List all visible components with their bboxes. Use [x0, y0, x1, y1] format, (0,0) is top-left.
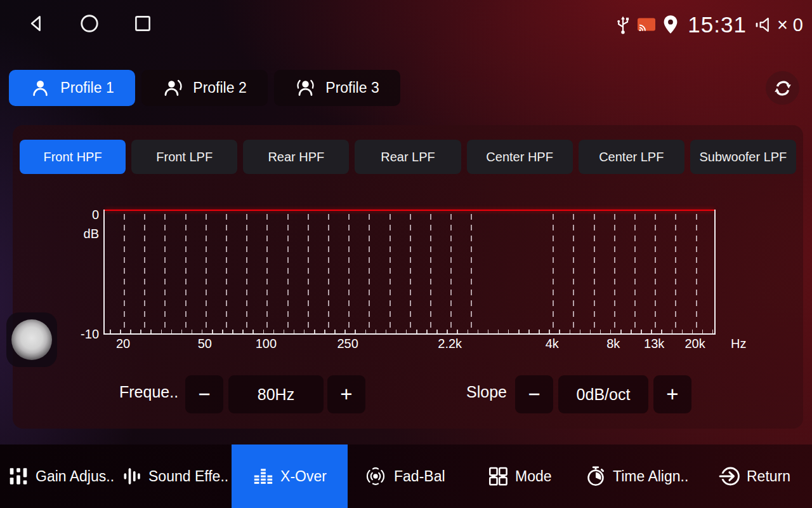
x-axis-label: 4k: [546, 337, 559, 351]
chart-gridline: [144, 214, 145, 332]
chart-gridline: [390, 214, 391, 332]
home-button[interactable]: [79, 13, 100, 34]
xover-panel: Front HPF Front LPF Rear HPF Rear LPF Ce…: [13, 125, 803, 429]
axis-tick: [549, 330, 550, 333]
tab-rear-lpf[interactable]: Rear LPF: [355, 140, 461, 174]
chart-gridline: [226, 214, 227, 332]
nav-sound-effect[interactable]: Sound Effe..: [122, 444, 228, 508]
axis-tick: [130, 330, 131, 333]
axis-tick: [528, 330, 530, 333]
axis-tick: [570, 330, 571, 333]
axis-tick: [171, 330, 173, 333]
floating-knob-button[interactable]: [6, 312, 57, 367]
person-3-icon: [295, 77, 316, 98]
nav-label: Mode: [515, 468, 552, 485]
recents-button[interactable]: [132, 13, 154, 34]
minus-icon: −: [198, 382, 210, 406]
y-axis-tick-0: 0: [66, 208, 99, 222]
frequency-minus-button[interactable]: −: [185, 375, 223, 413]
tab-subwoofer-lpf[interactable]: Subwoofer LPF: [690, 140, 796, 174]
axis-tick: [324, 330, 325, 333]
axis-tick: [436, 330, 438, 333]
axis-tick: [672, 330, 673, 333]
cast-icon: [637, 17, 656, 33]
nav-mode[interactable]: Mode: [487, 444, 552, 508]
profile-3-tab[interactable]: Profile 3: [274, 70, 400, 106]
nav-return[interactable]: Return: [719, 444, 790, 508]
tab-center-lpf[interactable]: Center LPF: [579, 140, 684, 174]
nav-time-align[interactable]: Time Align..: [585, 444, 688, 508]
axis-tick: [314, 330, 315, 333]
bottom-nav: Gain Adjus.. Sound Effe.. X-Over: [0, 444, 812, 508]
nav-x-over[interactable]: X-Over: [232, 444, 348, 508]
axis-tick: [181, 330, 183, 333]
axis-tick: [334, 330, 336, 333]
x-axis-label: 20: [116, 337, 130, 351]
chart-gridline: [266, 214, 268, 332]
slope-minus-button[interactable]: −: [515, 375, 553, 413]
slope-plus-button[interactable]: +: [653, 375, 691, 413]
axis-tick: [304, 330, 305, 333]
chart-gridline: [696, 214, 697, 332]
axis-tick: [416, 330, 417, 333]
person-2-icon: [162, 77, 183, 98]
x-axis-labels: 20501002502.2k4k8k13k20k: [103, 337, 716, 353]
x-axis-label: 8k: [606, 337, 620, 351]
tab-rear-hpf[interactable]: Rear HPF: [243, 140, 349, 174]
slope-label: Slope: [466, 383, 507, 401]
stopwatch-icon: [585, 465, 606, 487]
nav-gain-adjust[interactable]: Gain Adjus..: [8, 444, 114, 508]
nav-fad-bal[interactable]: Fad-Bal: [363, 444, 445, 508]
volume-muted-icon[interactable]: × 0: [755, 15, 803, 36]
axis-tick: [192, 330, 193, 333]
location-icon: [662, 15, 679, 35]
axis-tick: [559, 330, 560, 333]
chart-gridline: [287, 214, 289, 332]
profile-1-tab[interactable]: Profile 1: [9, 70, 135, 106]
chart-gridline: [164, 214, 166, 332]
nav-label: Gain Adjus..: [36, 468, 114, 485]
fader-balance-icon: [363, 465, 388, 487]
profile-label: Profile 3: [325, 79, 379, 97]
tab-front-lpf[interactable]: Front LPF: [131, 140, 237, 174]
chart-gridline: [328, 214, 329, 332]
refresh-icon: [773, 78, 793, 98]
nav-label: Sound Effe..: [148, 468, 228, 485]
axis-tick: [610, 330, 612, 333]
axis-tick: [580, 330, 581, 333]
axis-tick: [150, 330, 152, 333]
back-button[interactable]: [25, 13, 47, 34]
chart-gridline: [246, 214, 247, 332]
axis-tick: [252, 330, 254, 333]
frequency-plus-button[interactable]: +: [327, 375, 365, 413]
y-axis-unit: dB: [66, 227, 99, 241]
chart-gridline: [369, 214, 370, 332]
axis-tick: [110, 330, 111, 333]
minus-icon: −: [528, 382, 540, 406]
chart-gridline: [594, 214, 595, 332]
axis-tick: [263, 330, 265, 333]
tab-front-hpf[interactable]: Front HPF: [20, 140, 126, 174]
slope-value: 0dB/oct: [558, 375, 648, 413]
axis-tick: [641, 330, 642, 333]
chart-gridline: [573, 214, 574, 332]
nav-label: Return: [747, 468, 790, 485]
tab-center-hpf[interactable]: Center HPF: [467, 140, 573, 174]
axis-tick: [702, 330, 704, 333]
system-nav: [25, 13, 154, 34]
person-icon: [30, 77, 51, 98]
x-axis-label: 13k: [644, 337, 664, 351]
axis-tick: [447, 330, 448, 333]
chart-gridline: [124, 214, 125, 332]
axis-tick: [140, 330, 141, 333]
return-arrow-icon: [719, 465, 740, 487]
reset-button[interactable]: [766, 71, 799, 105]
profile-label: Profile 2: [193, 79, 246, 97]
profile-label: Profile 1: [60, 79, 114, 97]
x-axis-label: 50: [198, 337, 212, 351]
axis-tick: [386, 330, 387, 333]
home-icon: [79, 13, 100, 34]
axis-tick: [682, 330, 683, 333]
profile-2-tab[interactable]: Profile 2: [141, 70, 268, 106]
axis-tick: [365, 330, 367, 333]
